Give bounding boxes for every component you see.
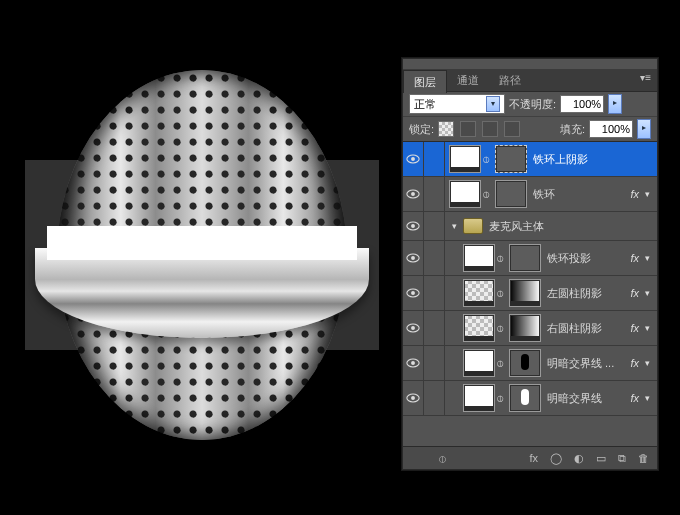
link-layers-icon[interactable]: ⦶ (439, 452, 446, 465)
link-icon[interactable]: ⦶ (495, 357, 505, 369)
svg-point-3 (411, 192, 415, 196)
layer-name[interactable]: 麦克风主体 (489, 219, 657, 234)
panel-tabs: 图层 通道 路径 ▾≡ (403, 69, 657, 92)
layer-row[interactable]: ⦶左圆柱阴影fx▾ (403, 276, 657, 311)
disclosure-icon[interactable]: ▾ (449, 221, 459, 231)
blend-mode-value: 正常 (414, 97, 436, 112)
fill-input[interactable]: 100% (589, 120, 633, 138)
trash-icon[interactable]: 🗑 (638, 452, 649, 464)
tab-layers[interactable]: 图层 (403, 70, 447, 93)
layer-thumbnail[interactable] (463, 384, 495, 412)
opacity-input[interactable]: 100% (560, 95, 604, 113)
layer-row[interactable]: ⦶明暗交界线fx▾ (403, 381, 657, 416)
fx-badge[interactable]: fx (630, 357, 639, 369)
fx-badge[interactable]: fx (630, 322, 639, 334)
layer-name[interactable]: 左圆柱阴影 (547, 286, 630, 301)
svg-point-9 (411, 291, 415, 295)
svg-point-1 (411, 157, 415, 161)
link-icon[interactable]: ⦶ (495, 392, 505, 404)
svg-point-13 (411, 361, 415, 365)
layer-name[interactable]: 铁环投影 (547, 251, 630, 266)
fx-badge[interactable]: fx (630, 287, 639, 299)
fill-label: 填充: (560, 122, 585, 137)
link-icon[interactable]: ⦶ (495, 252, 505, 264)
opacity-stepper[interactable]: ▸ (608, 94, 622, 114)
layer-thumbnail[interactable] (509, 349, 541, 377)
visibility-toggle[interactable] (403, 346, 424, 380)
fx-badge[interactable]: fx (630, 392, 639, 404)
svg-point-15 (411, 396, 415, 400)
chevron-down-icon: ▾ (486, 96, 500, 112)
fx-expand-icon[interactable]: ▾ (641, 393, 653, 403)
tab-paths[interactable]: 路径 (489, 69, 531, 91)
document-canvas[interactable] (25, 160, 379, 350)
fx-expand-icon[interactable]: ▾ (641, 288, 653, 298)
lock-transparency-icon[interactable] (438, 121, 454, 137)
layer-row[interactable]: ⦶铁环投影fx▾ (403, 241, 657, 276)
lock-icons (438, 121, 523, 137)
layer-thumbnail[interactable] (449, 180, 481, 208)
opacity-label: 不透明度: (509, 97, 556, 112)
lock-row: 锁定: 填充: 100% ▸ (403, 117, 657, 142)
layer-row[interactable]: ⦶右圆柱阴影fx▾ (403, 311, 657, 346)
layer-thumbnail[interactable] (449, 145, 481, 173)
layer-name[interactable]: 明暗交界线 (547, 391, 630, 406)
new-layer-icon[interactable]: ⧉ (618, 452, 626, 465)
folder-icon (463, 218, 483, 234)
layer-row[interactable]: ⦶明暗交界线 ...fx▾ (403, 346, 657, 381)
visibility-toggle[interactable] (403, 381, 424, 415)
link-icon[interactable]: ⦶ (495, 287, 505, 299)
layer-row[interactable]: ⦶铁环上阴影 (403, 142, 657, 177)
layer-thumbnail[interactable] (495, 180, 527, 208)
visibility-toggle[interactable] (403, 276, 424, 310)
artwork-highlight-bar (47, 226, 357, 260)
link-icon[interactable]: ⦶ (481, 153, 491, 165)
lock-label: 锁定: (409, 122, 434, 137)
fx-expand-icon[interactable]: ▾ (641, 323, 653, 333)
layer-thumbnail[interactable] (509, 244, 541, 272)
layer-thumbnail[interactable] (463, 279, 495, 307)
lock-position-icon[interactable] (482, 121, 498, 137)
svg-point-7 (411, 256, 415, 260)
visibility-toggle[interactable] (403, 311, 424, 345)
layer-thumbnail[interactable] (509, 314, 541, 342)
fx-expand-icon[interactable]: ▾ (641, 189, 653, 199)
layer-thumbnail[interactable] (509, 279, 541, 307)
fill-stepper[interactable]: ▸ (637, 119, 651, 139)
fx-expand-icon[interactable]: ▾ (641, 358, 653, 368)
panel-menu-icon[interactable]: ▾≡ (640, 69, 657, 91)
fx-expand-icon[interactable]: ▾ (641, 253, 653, 263)
layer-group[interactable]: ▾麦克风主体 (403, 212, 657, 241)
fx-badge[interactable]: fx (630, 252, 639, 264)
layer-name[interactable]: 明暗交界线 ... (547, 356, 630, 371)
blend-mode-select[interactable]: 正常 ▾ (409, 94, 505, 114)
fx-badge[interactable]: fx (630, 188, 639, 200)
link-icon[interactable]: ⦶ (495, 322, 505, 334)
visibility-toggle[interactable] (403, 177, 424, 211)
svg-point-5 (411, 224, 415, 228)
mask-icon[interactable]: ◯ (550, 452, 562, 465)
svg-point-11 (411, 326, 415, 330)
new-group-icon[interactable]: ▭ (596, 452, 606, 465)
visibility-toggle[interactable] (403, 241, 424, 275)
layer-thumbnail[interactable] (463, 314, 495, 342)
lock-all-icon[interactable] (504, 121, 520, 137)
fx-menu-icon[interactable]: fx (529, 452, 538, 464)
layer-thumbnail[interactable] (509, 384, 541, 412)
link-icon[interactable]: ⦶ (481, 188, 491, 200)
tab-channels[interactable]: 通道 (447, 69, 489, 91)
visibility-toggle[interactable] (403, 142, 424, 176)
layer-thumbnail[interactable] (463, 244, 495, 272)
layer-thumbnail[interactable] (495, 145, 527, 173)
blend-row: 正常 ▾ 不透明度: 100% ▸ (403, 92, 657, 117)
layer-name[interactable]: 铁环上阴影 (533, 152, 653, 167)
layer-name[interactable]: 右圆柱阴影 (547, 321, 630, 336)
adjustment-layer-icon[interactable]: ◐ (574, 452, 584, 465)
lock-pixels-icon[interactable] (460, 121, 476, 137)
layer-row[interactable]: ⦶铁环fx▾ (403, 177, 657, 212)
visibility-toggle[interactable] (403, 209, 424, 243)
layer-list: ⦶铁环上阴影⦶铁环fx▾▾麦克风主体⦶铁环投影fx▾⦶左圆柱阴影fx▾⦶右圆柱阴… (403, 141, 657, 447)
layer-name[interactable]: 铁环 (533, 187, 630, 202)
layer-thumbnail[interactable] (463, 349, 495, 377)
layers-panel: 图层 通道 路径 ▾≡ 正常 ▾ 不透明度: 100% ▸ 锁定: 填充: 10… (402, 58, 658, 470)
